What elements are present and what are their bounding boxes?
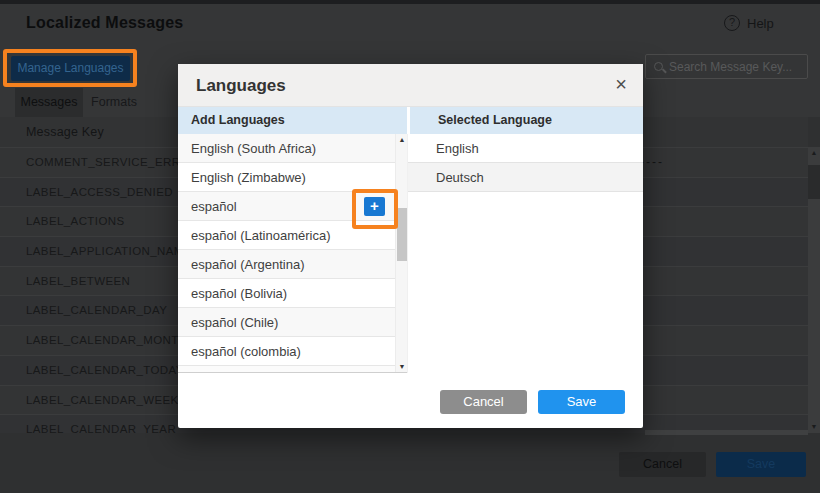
language-label: español (colombia) xyxy=(191,344,301,359)
language-label: español xyxy=(191,199,237,214)
language-label: English (South Africa) xyxy=(191,141,316,156)
list-item[interactable]: español (Bolivia) xyxy=(178,279,395,308)
annotation-box-add-button xyxy=(352,189,398,229)
scroll-up-icon[interactable]: ▲ xyxy=(808,149,820,156)
close-icon[interactable]: × xyxy=(615,73,627,96)
language-label: español (Argentina) xyxy=(191,257,304,272)
dialog-footer: Cancel Save xyxy=(178,373,643,428)
scroll-down-icon[interactable]: ▼ xyxy=(396,363,407,370)
dialog-title: Languages xyxy=(196,64,286,107)
help-label: Help xyxy=(747,16,774,31)
selected-language-item[interactable]: English xyxy=(408,134,643,163)
dialog-column-headers: Add Languages Selected Language xyxy=(178,107,643,134)
localized-messages-page: Localized Messages ? Help Manage Languag… xyxy=(0,0,820,493)
dialog-save-button[interactable]: Save xyxy=(538,390,625,414)
search-input[interactable]: Search Message Key... xyxy=(645,54,808,79)
selected-language-item[interactable]: Deutsch xyxy=(408,163,643,192)
dialog-header: Languages × xyxy=(178,64,643,107)
dialog-cancel-button[interactable]: Cancel xyxy=(440,390,527,414)
scrollbar-thumb[interactable] xyxy=(808,165,820,199)
list-item-partial xyxy=(178,366,395,373)
tab-formats[interactable]: Formats xyxy=(83,88,145,117)
table-vertical-scrollbar[interactable]: ▲ ▼ xyxy=(808,147,820,433)
list-item[interactable]: español (Chile) xyxy=(178,308,395,337)
list-item[interactable]: English (Zimbabwe) xyxy=(178,163,395,192)
languages-list-scrollbar[interactable]: ▲ ▼ xyxy=(395,134,407,373)
search-placeholder: Search Message Key... xyxy=(669,60,792,74)
language-label: español (Chile) xyxy=(191,315,278,330)
help-icon: ? xyxy=(724,15,740,31)
table-horizontal-scrollbar[interactable] xyxy=(645,430,808,435)
language-label: español (Latinoamérica) xyxy=(191,228,330,243)
dialog-body: English (South Africa) English (Zimbabwe… xyxy=(178,134,643,373)
add-languages-column-header: Add Languages xyxy=(178,107,407,134)
help-link[interactable]: ? Help xyxy=(724,15,774,31)
languages-dialog: Languages × Add Languages Selected Langu… xyxy=(178,64,643,428)
page-save-button[interactable]: Save xyxy=(716,452,806,477)
list-item[interactable]: English (South Africa) xyxy=(178,134,395,163)
list-item[interactable]: español (colombia) xyxy=(178,337,395,366)
tab-messages[interactable]: Messages xyxy=(15,88,83,117)
scrollbar-thumb[interactable] xyxy=(397,208,407,261)
add-languages-list: English (South Africa) English (Zimbabwe… xyxy=(178,134,407,373)
page-title: Localized Messages xyxy=(26,14,183,32)
language-label: español (Bolivia) xyxy=(191,286,287,301)
list-item[interactable]: español (Argentina) xyxy=(178,250,395,279)
annotation-box-manage-languages xyxy=(3,49,137,87)
page-cancel-button[interactable]: Cancel xyxy=(619,452,706,477)
scroll-down-icon[interactable]: ▼ xyxy=(808,423,820,430)
search-icon xyxy=(654,62,663,71)
language-label: English (Zimbabwe) xyxy=(191,170,306,185)
selected-language-column-header: Selected Language xyxy=(410,107,643,134)
scroll-up-icon[interactable]: ▲ xyxy=(396,136,407,143)
selected-languages-list: English Deutsch xyxy=(407,134,643,373)
